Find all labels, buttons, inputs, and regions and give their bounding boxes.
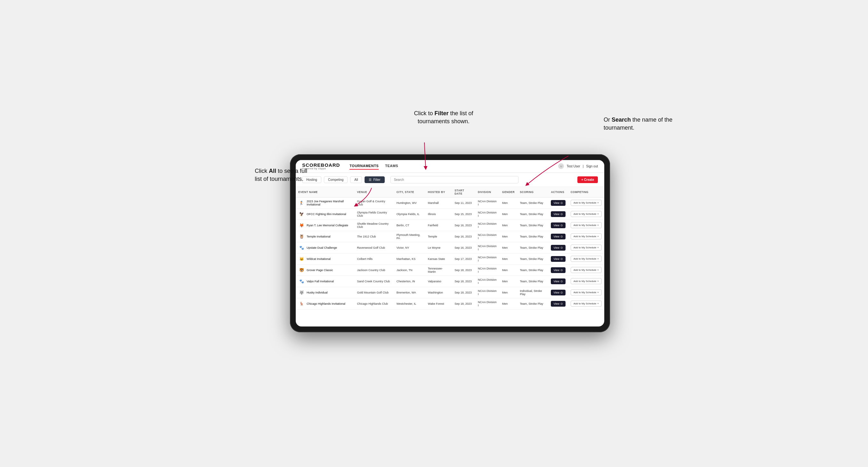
cell-hosted-by: Temple bbox=[425, 231, 452, 242]
team-logo: 🐺 bbox=[298, 289, 305, 296]
table-row: 🦉 Temple Invitational The 1912 Club Plym… bbox=[296, 231, 604, 242]
plus-icon: + bbox=[597, 213, 599, 215]
cell-division: NCAA Division I bbox=[475, 253, 500, 264]
tab-teams[interactable]: TEAMS bbox=[385, 163, 398, 169]
view-button[interactable]: View ⊙ bbox=[551, 301, 565, 307]
view-button[interactable]: View ⊙ bbox=[551, 245, 565, 251]
add-to-schedule-button[interactable]: Add to My Schedule + bbox=[571, 234, 602, 240]
cell-city: Manhattan, KS bbox=[394, 253, 425, 264]
cell-start-date: Sep 16, 2023 bbox=[452, 231, 475, 242]
cell-gender: Men bbox=[500, 220, 517, 231]
add-to-schedule-button[interactable]: Add to My Schedule + bbox=[571, 256, 602, 262]
table-header: EVENT NAME VENUE CITY, STATE HOSTED BY S… bbox=[296, 187, 604, 197]
cell-venue: Gold Mountain Golf Club bbox=[354, 287, 394, 298]
cell-event-name: 🐾 Valpo Fall Invitational bbox=[296, 276, 354, 287]
view-button[interactable]: View ⊙ bbox=[551, 234, 565, 240]
view-button[interactable]: View ⊙ bbox=[551, 256, 565, 262]
filter-button[interactable]: ☰ Filter bbox=[365, 176, 384, 183]
cell-actions: View ⊙ bbox=[548, 231, 568, 242]
cell-competing: Add to My Schedule + bbox=[568, 208, 604, 220]
cell-venue: Ravenwood Golf Club bbox=[354, 242, 394, 253]
sign-out-link[interactable]: Sign out bbox=[586, 164, 598, 168]
view-button[interactable]: View ⊙ bbox=[551, 278, 565, 284]
cell-hosted-by: Illinois bbox=[425, 208, 452, 220]
cell-start-date: Sep 18, 2023 bbox=[452, 298, 475, 309]
plus-icon: + bbox=[597, 257, 599, 260]
cell-city: Chesterton, IN bbox=[394, 276, 425, 287]
nav-tabs: TOURNAMENTS TEAMS bbox=[349, 163, 398, 169]
view-icon: ⊙ bbox=[560, 224, 563, 227]
view-button[interactable]: View ⊙ bbox=[551, 290, 565, 295]
team-logo: 🦌 bbox=[298, 301, 305, 307]
table-row: 🐯 Grover Page Classic Jackson Country Cl… bbox=[296, 264, 604, 276]
event-name-text: Upstate Dual Challenge bbox=[307, 246, 337, 249]
cell-start-date: Sep 16, 2023 bbox=[452, 220, 475, 231]
search-input[interactable] bbox=[391, 176, 519, 183]
cell-scoring: Team, Stroke Play bbox=[517, 276, 548, 287]
cell-gender: Men bbox=[500, 287, 517, 298]
cell-scoring: Team, Stroke Play bbox=[517, 231, 548, 242]
competing-tab[interactable]: Competing bbox=[324, 176, 348, 183]
annotation-top-center: Click to Filter the list of tournaments … bbox=[399, 110, 488, 125]
table-row: 🐺 Husky Individual Gold Mountain Golf Cl… bbox=[296, 287, 604, 298]
view-icon: ⊙ bbox=[560, 235, 563, 238]
annotation-right: Or Search the name of the tournament. bbox=[603, 116, 674, 132]
table-row: 🦌 Chicago Highlands Invitational Chicago… bbox=[296, 298, 604, 309]
cell-gender: Men bbox=[500, 208, 517, 220]
cell-venue: Sand Creek Country Club bbox=[354, 276, 394, 287]
cell-scoring: Team, Stroke Play bbox=[517, 242, 548, 253]
add-to-schedule-button[interactable]: Add to My Schedule + bbox=[571, 200, 602, 206]
view-button[interactable]: View ⊙ bbox=[551, 211, 565, 217]
cell-start-date: Sep 15, 2023 bbox=[452, 208, 475, 220]
cell-actions: View ⊙ bbox=[548, 197, 568, 208]
cell-start-date: Sep 18, 2023 bbox=[452, 287, 475, 298]
team-logo: 🦊 bbox=[298, 222, 305, 228]
team-logo: 🏌️ bbox=[298, 200, 305, 206]
cell-start-date: Sep 16, 2023 bbox=[452, 242, 475, 253]
cell-gender: Men bbox=[500, 298, 517, 309]
add-to-schedule-button[interactable]: Add to My Schedule + bbox=[571, 289, 602, 295]
cell-hosted-by: Valparaiso bbox=[425, 276, 452, 287]
cell-division: NCAA Division I bbox=[475, 264, 500, 276]
cell-gender: Men bbox=[500, 242, 517, 253]
view-button[interactable]: View ⊙ bbox=[551, 267, 565, 273]
cell-division: NCAA Division I bbox=[475, 287, 500, 298]
view-button[interactable]: View ⊙ bbox=[551, 222, 565, 228]
create-button[interactable]: + Create bbox=[578, 176, 598, 183]
event-name-text: Grover Page Classic bbox=[307, 269, 333, 272]
event-name-text: Chicago Highlands Invitational bbox=[307, 302, 345, 305]
add-to-schedule-button[interactable]: Add to My Schedule + bbox=[571, 267, 602, 273]
cell-hosted-by: Marshall bbox=[425, 197, 452, 208]
cell-start-date: Sep 18, 2023 bbox=[452, 264, 475, 276]
table-row: 🐱 Wildcat Invitational Colbert Hills Man… bbox=[296, 253, 604, 264]
cell-gender: Men bbox=[500, 276, 517, 287]
cell-competing: Add to My Schedule + bbox=[568, 287, 604, 298]
cell-venue: Olympia Fields Country Club bbox=[354, 208, 394, 220]
add-to-schedule-button[interactable]: Add to My Schedule + bbox=[571, 301, 602, 307]
col-actions: ACTIONS bbox=[548, 187, 568, 197]
cell-actions: View ⊙ bbox=[548, 298, 568, 309]
add-to-schedule-button[interactable]: Add to My Schedule + bbox=[571, 245, 602, 251]
all-tab[interactable]: All bbox=[350, 176, 362, 183]
cell-city: Bremerton, WA bbox=[394, 287, 425, 298]
cell-event-name: 🏌️ 2023 Joe Feaganes Marshall Invitation… bbox=[296, 197, 354, 208]
cell-competing: Add to My Schedule + bbox=[568, 253, 604, 264]
cell-city: Huntington, WV bbox=[394, 197, 425, 208]
cell-competing: Add to My Schedule + bbox=[568, 231, 604, 242]
add-to-schedule-button[interactable]: Add to My Schedule + bbox=[571, 211, 602, 217]
tab-tournaments[interactable]: TOURNAMENTS bbox=[349, 163, 379, 169]
view-icon: ⊙ bbox=[560, 201, 563, 205]
cell-actions: View ⊙ bbox=[548, 208, 568, 220]
col-start-date: START DATE bbox=[452, 187, 475, 197]
add-to-schedule-button[interactable]: Add to My Schedule + bbox=[571, 222, 602, 228]
view-button[interactable]: View ⊙ bbox=[551, 200, 565, 206]
event-name-text: Ryan T. Lee Memorial Collegiate bbox=[307, 224, 348, 227]
cell-actions: View ⊙ bbox=[548, 220, 568, 231]
view-icon: ⊙ bbox=[560, 269, 563, 272]
cell-event-name: 🦉 Temple Invitational bbox=[296, 231, 354, 242]
col-division: DIVISION bbox=[475, 187, 500, 197]
team-logo: 🐾 bbox=[298, 245, 305, 251]
user-name: Test User bbox=[566, 164, 580, 168]
cell-start-date: Sep 18, 2023 bbox=[452, 276, 475, 287]
add-to-schedule-button[interactable]: Add to My Schedule + bbox=[571, 278, 602, 284]
